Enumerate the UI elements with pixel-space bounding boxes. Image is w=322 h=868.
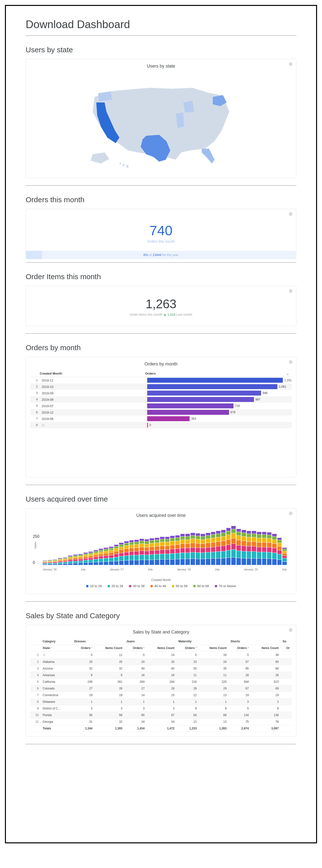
table-row[interactable]: 4Arkansas99161611112828 [30, 672, 292, 679]
stacked-bar[interactable] [139, 538, 144, 565]
table-row[interactable]: 8⊘0 [30, 422, 292, 428]
globe-icon[interactable] [289, 289, 293, 293]
globe-icon[interactable] [289, 360, 293, 364]
col-header-orders[interactable]: Orders [143, 372, 292, 375]
stacked-bar[interactable] [63, 557, 68, 565]
stacked-bar[interactable] [278, 537, 282, 565]
stacked-bar[interactable] [257, 532, 261, 565]
stacked-bar[interactable] [206, 533, 210, 565]
state-alaska[interactable] [91, 152, 109, 163]
table-row[interactable]: 12019-111,151 [30, 377, 292, 383]
stacked-bar[interactable] [109, 547, 114, 565]
table-row[interactable]: 5California249261260264218225504523 [30, 679, 292, 685]
svg-point-2 [123, 164, 125, 166]
divider [26, 601, 296, 602]
table-row[interactable]: 8Delaware11111133 [30, 699, 292, 705]
stacked-bar[interactable] [155, 537, 159, 565]
us-states-map[interactable] [30, 72, 292, 173]
stacked-bar[interactable] [89, 551, 93, 565]
obm-header-row: Created Month Orders [30, 370, 292, 377]
table-row[interactable]: 9District of C…33339956 [30, 705, 292, 712]
stacked-bar[interactable] [99, 549, 103, 565]
stacked-bar[interactable] [119, 542, 124, 565]
stacked-bar[interactable] [201, 534, 205, 565]
table-row[interactable]: 11Georgia3132343413137576 [30, 719, 292, 725]
legend-item[interactable]: 70 or Above [215, 584, 236, 588]
legend-item[interactable]: 30 to 39 [129, 584, 144, 588]
stacked-bar[interactable] [282, 548, 287, 565]
legend-item[interactable]: 10 to 19 [86, 584, 102, 588]
stacked-bar[interactable] [160, 536, 164, 565]
stacked-bar[interactable] [78, 554, 83, 565]
stacked-bar[interactable] [211, 532, 216, 565]
table-row[interactable]: 6Colorado2728272828296769 [30, 685, 292, 692]
stacked-bar[interactable] [124, 541, 129, 565]
globe-icon[interactable] [289, 212, 293, 216]
globe-icon[interactable] [289, 62, 293, 66]
stacked-bar[interactable] [191, 533, 195, 565]
stacked-bar[interactable] [134, 539, 139, 565]
stacked-bar[interactable] [48, 560, 52, 565]
legend-item[interactable]: 40 to 49 [151, 584, 166, 588]
stacked-bar[interactable] [242, 530, 246, 565]
page-title: Download Dashboard [26, 18, 296, 31]
stacked-bar[interactable] [262, 532, 266, 565]
stacked-bar[interactable] [53, 559, 57, 565]
divider [26, 333, 296, 334]
table-row[interactable]: 22019-101,081 [30, 383, 292, 390]
legend-item[interactable]: 60 to 69 [193, 584, 209, 588]
stacked-bar[interactable] [73, 554, 78, 565]
stacked-bar[interactable] [221, 530, 226, 565]
stacked-bar[interactable] [181, 534, 185, 565]
divider [26, 35, 296, 36]
stacked-bar[interactable] [226, 528, 231, 565]
legend-item[interactable]: 50 to 59 [172, 584, 187, 588]
order-items-value[interactable]: 1,263 [30, 297, 292, 311]
stacked-bar[interactable] [170, 536, 174, 565]
table-row[interactable]: 3Arizona3232404035358588 [30, 665, 292, 672]
sales-table[interactable]: Category Dresses Jeans Maternity Shorts … [30, 638, 292, 732]
stacked-bar[interactable] [129, 540, 134, 565]
stacked-bar[interactable] [247, 531, 251, 565]
table-row[interactable]: 10Florida585965676468134138 [30, 712, 292, 719]
globe-icon[interactable] [289, 628, 293, 632]
stacked-bar[interactable] [175, 535, 180, 565]
table-row[interactable]: 72019-06353 [30, 415, 292, 422]
state-hawaii[interactable] [119, 162, 129, 168]
stacked-bar[interactable] [114, 545, 119, 565]
stacked-bar[interactable] [58, 558, 62, 565]
table-row[interactable]: 7Connecticut1919141512131919 [30, 692, 292, 699]
table-row[interactable]: 2Alabama2525202023245760 [30, 659, 292, 665]
state-florida[interactable] [202, 149, 215, 163]
stacked-bar[interactable] [216, 531, 220, 565]
table-row[interactable]: 32019-09946 [30, 390, 292, 396]
stacked-bar[interactable] [150, 538, 154, 565]
stacked-bar[interactable] [196, 533, 200, 565]
table-row[interactable]: 42019-08887 [30, 396, 292, 403]
stacked-bar[interactable] [145, 539, 149, 565]
stacked-bar[interactable] [94, 550, 98, 565]
stacked-bar[interactable] [43, 560, 47, 565]
column-header-row[interactable]: State˄ Orders˅ Items Count Orders˅ Items… [30, 645, 292, 651]
table-row[interactable]: 52019-07716 [30, 403, 292, 409]
card-order-items: 1,263 Order Items this month ▲ 1,010 Las… [26, 286, 296, 326]
orders-this-month-value[interactable]: 740 [30, 222, 292, 239]
legend-item[interactable]: 20 to 29 [107, 584, 123, 588]
table-row[interactable]: 1⊘011014018038 [30, 651, 292, 659]
users-acquired-chart[interactable]: Users 0 250 January '16JulyJanuary '17Ju… [40, 522, 289, 571]
col-header-created-month[interactable]: Created Month [38, 372, 143, 375]
globe-icon[interactable] [289, 512, 293, 516]
stacked-bar[interactable] [267, 532, 271, 565]
state-michigan[interactable] [183, 101, 194, 113]
stacked-bar[interactable] [68, 555, 72, 565]
stacked-bar[interactable] [185, 534, 190, 565]
stacked-bar[interactable] [236, 529, 241, 565]
stacked-bar[interactable] [84, 552, 88, 565]
section-heading-order-items: Order Items this month [26, 273, 296, 281]
stacked-bar[interactable] [104, 548, 108, 565]
stacked-bar[interactable] [272, 534, 277, 565]
stacked-bar[interactable] [252, 531, 256, 565]
stacked-bar[interactable] [165, 536, 170, 565]
table-row[interactable]: 62019-12679 [30, 409, 292, 415]
stacked-bar[interactable] [231, 526, 236, 565]
